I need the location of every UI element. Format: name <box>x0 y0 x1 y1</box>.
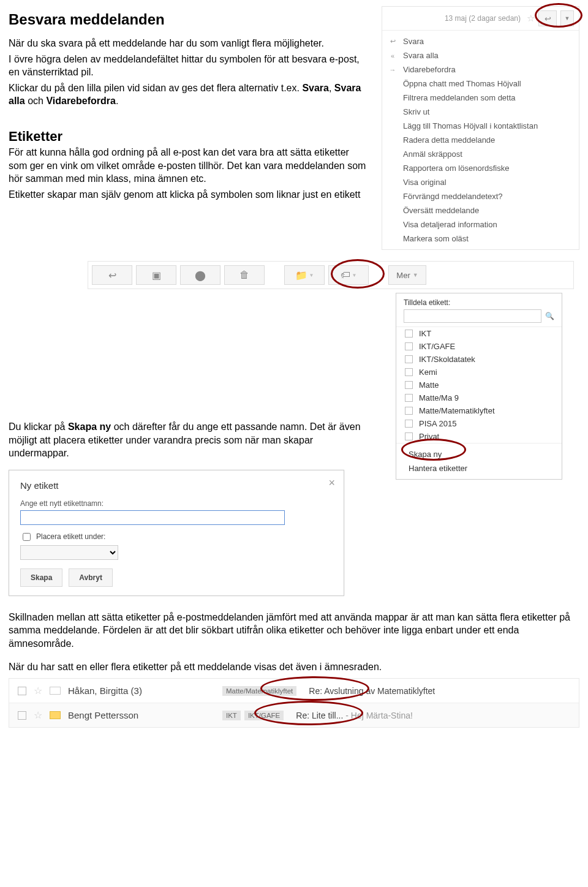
label-option[interactable]: PISA 2015 <box>396 417 562 430</box>
label-chips: Matte/Matematiklyftet <box>222 686 296 696</box>
sender: Bengt Pettersson <box>68 710 215 720</box>
menu-item[interactable]: Skriv ut <box>382 105 579 119</box>
label-option[interactable]: IKT <box>396 327 562 340</box>
inbox-row[interactable]: ☆Håkan, Birgitta (3)Matte/Matematiklyfte… <box>9 679 579 703</box>
paragraph: Etiketter skapar man själv genom att kli… <box>9 188 367 202</box>
label-option-text: Matte/Matematiklyftet <box>419 406 495 415</box>
menu-item-label: Radera detta meddelande <box>403 135 495 145</box>
menu-item-label: Rapportera om lösenordsfiske <box>403 164 509 173</box>
label-option[interactable]: Matte/Matematiklyftet <box>396 404 562 417</box>
label-option[interactable]: Matte/Ma 9 <box>396 391 562 404</box>
menu-item[interactable]: «Svara alla <box>382 48 579 62</box>
checkbox-icon <box>405 432 413 440</box>
label-chip[interactable]: IKT <box>222 711 241 720</box>
label-chips: IKTIKT/GAFE <box>222 711 284 720</box>
paragraph: Klickar du på den lilla pilen vid sidan … <box>9 81 367 108</box>
reply-button[interactable]: ↩ <box>538 10 557 26</box>
menu-item[interactable]: Visa detaljerad information <box>382 217 579 232</box>
menu-item-label: Svara alla <box>403 51 439 60</box>
gmail-reply-menu: 13 maj (2 dagar sedan) ☆ ↩ ▼ ↩Svara«Svar… <box>382 6 579 250</box>
label-option[interactable]: Matte <box>396 379 562 391</box>
label-option-text: Privat <box>419 432 439 441</box>
paragraph: När du ska svara på ett meddelande har d… <box>9 37 367 50</box>
moveto-button[interactable]: 📁▼ <box>284 265 325 285</box>
checkbox-icon <box>405 368 413 376</box>
menu-item[interactable]: Förvrängd meddelandetext? <box>382 189 579 203</box>
label-option-text: IKT <box>419 329 431 338</box>
heading-besvara: Besvara meddelanden <box>9 11 367 28</box>
checkbox-icon <box>405 355 413 363</box>
label-option[interactable]: IKT/GAFE <box>396 340 562 353</box>
delete-button[interactable]: 🗑 <box>224 265 265 285</box>
close-icon[interactable]: × <box>328 477 335 489</box>
label-option-text: Matte/Ma 9 <box>419 393 459 402</box>
archive-button[interactable]: ▣ <box>136 265 176 285</box>
checkbox-icon <box>405 342 413 350</box>
menu-item[interactable]: Visa original <box>382 175 579 189</box>
new-label-dialog: × Ny etikett Ange ett nytt etikettnamn: … <box>9 470 344 596</box>
menu-item[interactable]: Öppna chatt med Thomas Höjvall <box>382 77 579 91</box>
checkbox-icon <box>405 394 413 402</box>
menu-item-label: Förvrängd meddelandetext? <box>403 192 503 201</box>
menu-item[interactable]: Översätt meddelande <box>382 203 579 217</box>
gmail-toolbar: ↩ ▣ ⬤ 🗑 📁▼ 🏷▼ Mer▼ <box>88 261 574 289</box>
spam-button[interactable]: ⬤ <box>180 265 221 285</box>
row-checkbox[interactable] <box>18 711 26 720</box>
menu-item-label: Anmäl skräppost <box>403 149 462 159</box>
label-chip[interactable]: IKT/GAFE <box>244 711 284 720</box>
checkbox-icon <box>405 330 413 338</box>
menu-item[interactable]: Anmäl skräppost <box>382 147 579 161</box>
subject: Re: Lite till... - Hej Märta-Stina! <box>296 711 413 720</box>
row-checkbox[interactable] <box>18 687 26 695</box>
importance-icon[interactable] <box>50 711 61 719</box>
menu-item-icon: → <box>388 66 397 74</box>
menu-item[interactable]: Filtrera meddelanden som detta <box>382 91 579 105</box>
menu-item[interactable]: Radera detta meddelande <box>382 133 579 147</box>
label-option-text: IKT/Skoldatatek <box>419 355 475 364</box>
menu-item-icon: ↩ <box>388 37 397 45</box>
menu-item-label: Svara <box>403 37 424 46</box>
checkbox-icon <box>405 420 413 428</box>
checkbox-icon <box>405 381 413 389</box>
dialog-title: Ny etikett <box>20 480 333 491</box>
star-icon[interactable]: ☆ <box>34 685 42 696</box>
more-button[interactable]: Mer▼ <box>388 265 426 285</box>
dialog-label: Ange ett nytt etikettnamn: <box>20 499 333 508</box>
importance-icon[interactable] <box>50 687 61 695</box>
menu-item-label: Öppna chatt med Thomas Höjvall <box>403 79 521 88</box>
more-caret-button[interactable]: ▼ <box>560 10 574 26</box>
cancel-button[interactable]: Avbryt <box>69 568 113 587</box>
parent-label-select[interactable] <box>20 545 118 560</box>
label-option[interactable]: Kemi <box>396 366 562 379</box>
menu-item[interactable]: Lägg till Thomas Höjvall i kontaktlistan <box>382 119 579 133</box>
menu-item-icon: « <box>388 52 397 59</box>
label-option-text: PISA 2015 <box>419 419 456 428</box>
search-icon: 🔍 <box>545 312 554 320</box>
menu-item[interactable]: ↩Svara <box>382 34 579 48</box>
label-dropdown-panel: Tilldela etikett: 🔍 IKTIKT/GAFEIKT/Skold… <box>396 293 562 480</box>
star-icon[interactable]: ☆ <box>527 13 535 24</box>
label-search-input[interactable] <box>404 309 541 323</box>
inbox-row[interactable]: ☆Bengt PetterssonIKTIKT/GAFERe: Lite til… <box>9 703 579 727</box>
labels-button[interactable]: 🏷▼ <box>328 265 369 285</box>
menu-item[interactable]: Rapportera om lösenordsfiske <box>382 161 579 175</box>
label-option-text: Matte <box>419 380 439 390</box>
label-option[interactable]: Privat <box>396 430 562 443</box>
heading-etiketter: Etiketter <box>9 129 367 145</box>
star-icon[interactable]: ☆ <box>34 709 42 721</box>
menu-item[interactable]: Markera som oläst <box>382 232 579 246</box>
paragraph: När du har satt en eller flera etiketter… <box>9 660 579 674</box>
label-option[interactable]: IKT/Skoldatatek <box>396 353 562 366</box>
subject: Re: Avslutning av Matematiklyftet <box>309 686 435 696</box>
menu-item-label: Översätt meddelande <box>403 206 479 215</box>
label-name-input[interactable] <box>20 510 285 525</box>
label-panel-header: Tilldela etikett: <box>396 293 562 309</box>
create-button[interactable]: Skapa <box>20 568 62 587</box>
back-button[interactable]: ↩ <box>92 265 132 285</box>
menu-item[interactable]: →Vidarebefordra <box>382 62 579 77</box>
menu-item-label: Lägg till Thomas Höjvall i kontaktlistan <box>403 121 538 130</box>
create-label-link[interactable]: Skapa ny <box>396 447 562 461</box>
label-chip[interactable]: Matte/Matematiklyftet <box>222 686 296 696</box>
place-under-checkbox[interactable] <box>23 533 31 541</box>
manage-labels-link[interactable]: Hantera etiketter <box>396 461 562 475</box>
